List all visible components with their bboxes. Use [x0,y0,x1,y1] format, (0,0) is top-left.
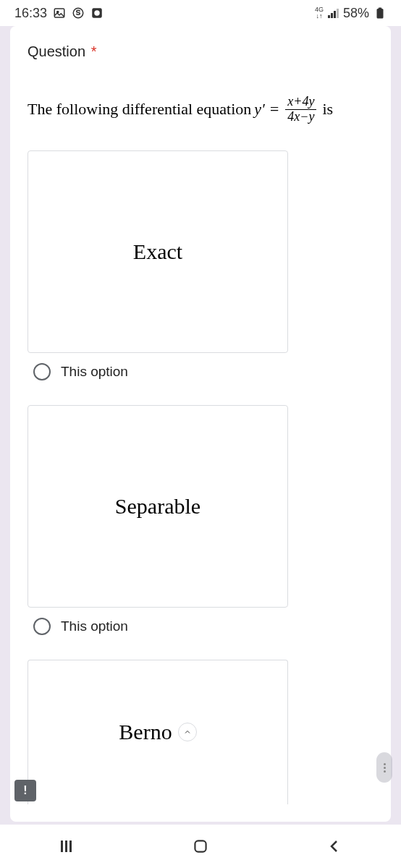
report-problem-button[interactable]: ! [14,780,36,801]
radio-icon[interactable] [33,618,51,635]
fraction-denominator: 4x−y [285,110,316,124]
caret-up-icon [178,723,197,741]
question-label-text: Question [28,43,85,59]
option-text: Separable [115,494,200,519]
required-indicator: * [91,43,97,59]
app-icon [90,7,104,20]
fraction-numerator: x+4y [285,95,316,110]
option-radio-label: This option [61,618,128,634]
status-time: 16:33 [14,6,47,21]
status-right: 4G ↓↑ 58% [315,6,387,21]
back-button[interactable] [313,832,356,861]
option-text: Exact [133,239,182,264]
option-radio-label: This option [61,364,128,380]
svg-rect-10 [69,841,72,852]
equation-fraction: x+4y 4x−y [285,95,316,124]
status-bar: 16:33 4G ↓↑ 58% [0,0,401,26]
svg-rect-8 [61,841,63,852]
status-left: 16:33 [14,6,104,21]
battery-icon [373,7,387,20]
svg-rect-6 [379,8,382,9]
option-text-wrapper: Berno [119,720,196,744]
network-type-icon: 4G ↓↑ [315,7,324,20]
option-radio-row[interactable]: This option [28,618,373,635]
recents-button[interactable] [45,832,88,861]
option-card-separable[interactable]: Separable [28,405,288,608]
equation-suffix: is [322,100,333,119]
equation-var: y′ = [254,100,279,119]
option-card-exact[interactable]: Exact [28,150,288,353]
home-button[interactable] [179,832,222,861]
svg-rect-11 [195,841,206,851]
navigation-bar [0,825,401,868]
equation-text: The following differential equation y′ =… [28,95,373,124]
image-icon [53,7,66,20]
svg-point-4 [94,10,100,16]
battery-percent: 58% [343,6,369,21]
scroll-handle[interactable] [376,752,392,783]
option-radio-row[interactable]: This option [28,363,373,380]
circle-s-icon [72,7,85,20]
equation-prefix: The following differential equation [28,100,251,119]
option-text: Berno [119,720,172,744]
signal-bars-icon [328,8,339,18]
exclamation-icon: ! [23,784,27,797]
question-card: Question * The following differential eq… [10,26,391,822]
svg-rect-9 [65,841,67,852]
question-label: Question * [28,43,373,60]
option-card-berno[interactable]: Berno [28,660,288,804]
radio-icon[interactable] [33,363,51,380]
